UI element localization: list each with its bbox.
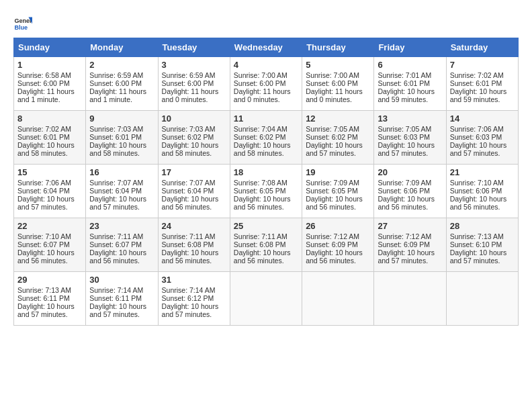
calendar-day-cell: 9Sunrise: 7:03 AMSunset: 6:01 PMDaylight… [86,111,158,165]
calendar-day-cell: 12Sunrise: 7:05 AMSunset: 6:02 PMDayligh… [302,111,374,165]
sunrise-text: Sunrise: 7:07 AM [89,179,143,187]
weekday-header: Monday [86,38,158,57]
calendar-day-cell: 14Sunrise: 7:06 AMSunset: 6:03 PMDayligh… [446,111,518,165]
sunrise-text: Sunrise: 7:06 AM [17,179,71,187]
calendar-day-cell: 28Sunrise: 7:13 AMSunset: 6:10 PMDayligh… [446,218,518,272]
sunset-text: Sunset: 6:00 PM [306,79,358,87]
sunrise-text: Sunrise: 7:03 AM [89,125,143,133]
day-number: 22 [17,221,82,231]
weekday-header: Wednesday [230,38,302,57]
day-number: 11 [234,113,298,124]
daylight-text: Daylight: 10 hours and 57 minutes. [162,302,219,318]
weekday-header: Sunday [14,38,86,57]
sunrise-text: Sunrise: 7:05 AM [306,125,359,133]
daylight-text: Daylight: 10 hours and 56 minutes. [234,195,291,211]
daylight-text: Daylight: 10 hours and 56 minutes. [89,248,146,265]
sunset-text: Sunset: 6:07 PM [89,240,142,248]
sunrise-text: Sunrise: 6:58 AM [17,71,71,79]
calendar-day-cell: 1Sunrise: 6:58 AMSunset: 6:00 PMDaylight… [14,57,86,111]
daylight-text: Daylight: 10 hours and 57 minutes. [17,302,75,318]
sunset-text: Sunset: 6:00 PM [17,79,70,87]
day-number: 3 [162,60,226,70]
sunrise-text: Sunrise: 7:09 AM [378,179,431,187]
day-number: 24 [162,221,226,231]
weekday-header: Thursday [302,38,374,57]
sunset-text: Sunset: 6:09 PM [378,240,430,248]
daylight-text: Daylight: 10 hours and 57 minutes. [378,248,435,265]
sunrise-text: Sunrise: 7:11 AM [162,232,216,240]
daylight-text: Daylight: 11 hours and 0 minutes. [162,87,219,103]
calendar-day-cell: 21Sunrise: 7:10 AMSunset: 6:06 PMDayligh… [446,165,518,218]
sunrise-text: Sunrise: 6:59 AM [162,71,216,79]
calendar-day-cell [374,272,446,326]
sunset-text: Sunset: 6:00 PM [234,79,286,87]
sunset-text: Sunset: 6:05 PM [306,187,358,195]
sunset-text: Sunset: 6:06 PM [378,187,430,195]
calendar-day-cell: 6Sunrise: 7:01 AMSunset: 6:01 PMDaylight… [374,57,446,111]
sunset-text: Sunset: 6:00 PM [89,79,142,87]
daylight-text: Daylight: 10 hours and 56 minutes. [162,195,219,211]
daylight-text: Daylight: 10 hours and 57 minutes. [89,302,146,318]
sunset-text: Sunset: 6:05 PM [234,187,286,195]
calendar-day-cell: 26Sunrise: 7:12 AMSunset: 6:09 PMDayligh… [302,218,374,272]
day-number: 19 [306,167,370,177]
day-number: 5 [306,60,370,70]
day-number: 16 [89,167,154,177]
day-number: 15 [17,167,82,177]
calendar-day-cell: 13Sunrise: 7:05 AMSunset: 6:03 PMDayligh… [374,111,446,165]
sunset-text: Sunset: 6:03 PM [378,133,430,141]
calendar-day-cell: 17Sunrise: 7:07 AMSunset: 6:04 PMDayligh… [158,165,230,218]
calendar-day-cell: 8Sunrise: 7:02 AMSunset: 6:01 PMDaylight… [14,111,86,165]
sunset-text: Sunset: 6:08 PM [234,240,286,248]
daylight-text: Daylight: 11 hours and 0 minutes. [234,87,291,103]
day-number: 10 [162,113,226,124]
sunset-text: Sunset: 6:08 PM [162,240,214,248]
sunset-text: Sunset: 6:02 PM [234,133,286,141]
sunrise-text: Sunrise: 7:01 AM [378,71,431,79]
generalblue-logo-icon: General Blue [13,13,32,32]
sunrise-text: Sunrise: 7:08 AM [234,179,287,187]
calendar-day-cell [230,272,302,326]
daylight-text: Daylight: 10 hours and 57 minutes. [306,141,363,157]
daylight-text: Daylight: 10 hours and 57 minutes. [378,141,435,157]
day-number: 17 [162,167,226,177]
daylight-text: Daylight: 10 hours and 57 minutes. [17,195,75,211]
daylight-text: Daylight: 11 hours and 1 minute. [17,87,75,103]
calendar-day-cell: 4Sunrise: 7:00 AMSunset: 6:00 PMDaylight… [230,57,302,111]
calendar-table: SundayMondayTuesdayWednesdayThursdayFrid… [13,38,519,326]
sunrise-text: Sunrise: 7:12 AM [306,232,359,240]
daylight-text: Daylight: 10 hours and 56 minutes. [306,248,363,265]
day-number: 30 [89,275,154,285]
day-number: 7 [450,60,515,70]
calendar-day-cell: 5Sunrise: 7:00 AMSunset: 6:00 PMDaylight… [302,57,374,111]
sunrise-text: Sunrise: 7:00 AM [306,71,359,79]
daylight-text: Daylight: 10 hours and 58 minutes. [89,141,146,157]
day-number: 13 [378,113,442,124]
sunrise-text: Sunrise: 7:07 AM [162,179,216,187]
weekday-header: Tuesday [158,38,230,57]
sunset-text: Sunset: 6:12 PM [162,294,214,302]
sunrise-text: Sunrise: 7:11 AM [89,232,143,240]
daylight-text: Daylight: 10 hours and 58 minutes. [234,141,291,157]
day-number: 9 [89,113,154,124]
daylight-text: Daylight: 10 hours and 59 minutes. [378,87,435,103]
sunrise-text: Sunrise: 7:10 AM [17,232,71,240]
day-number: 4 [234,60,298,70]
daylight-text: Daylight: 10 hours and 57 minutes. [450,248,507,265]
daylight-text: Daylight: 10 hours and 56 minutes. [17,248,75,265]
day-number: 26 [306,221,370,231]
sunset-text: Sunset: 6:01 PM [450,79,502,87]
sunrise-text: Sunrise: 7:10 AM [450,179,504,187]
calendar-day-cell: 31Sunrise: 7:14 AMSunset: 6:12 PMDayligh… [158,272,230,326]
sunset-text: Sunset: 6:01 PM [378,79,430,87]
day-number: 8 [17,113,82,124]
sunset-text: Sunset: 6:11 PM [89,294,142,302]
svg-text:Blue: Blue [14,24,28,31]
sunrise-text: Sunrise: 7:05 AM [378,125,431,133]
sunrise-text: Sunrise: 7:03 AM [162,125,216,133]
daylight-text: Daylight: 10 hours and 56 minutes. [378,195,435,211]
daylight-text: Daylight: 10 hours and 59 minutes. [450,87,507,103]
day-number: 28 [450,221,515,231]
sunrise-text: Sunrise: 7:06 AM [450,125,504,133]
sunrise-text: Sunrise: 7:12 AM [378,232,431,240]
